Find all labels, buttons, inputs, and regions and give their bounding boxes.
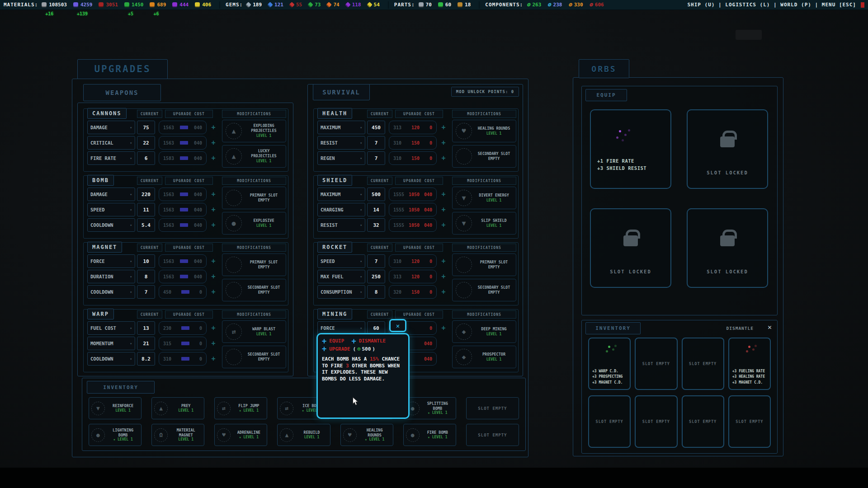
- orb-equip-slot[interactable]: SLOT LOCKED: [687, 208, 768, 288]
- close-icon: ✕: [396, 322, 400, 329]
- inventory-item[interactable]: ▲REBUILDLEVEL 1: [277, 424, 330, 446]
- tooltip-equip-action[interactable]: + EQUIP: [322, 338, 344, 344]
- upgrade-plus-button[interactable]: +: [439, 254, 448, 268]
- inventory-item[interactable]: ●SPLITTING BOMB★ LEVEL 1: [403, 397, 456, 419]
- modification-slot[interactable]: ◆DEEP MININGLEVEL 1: [452, 320, 516, 343]
- stat-dropdown[interactable]: RESIST▾: [317, 218, 365, 232]
- modification-slot[interactable]: ●EXPLOSIVELEVEL 1: [222, 212, 286, 235]
- stat-dropdown[interactable]: COOLDOWN▾: [87, 218, 135, 232]
- tooltip-close-button[interactable]: ✕: [389, 319, 406, 332]
- upgrade-plus-button[interactable]: +: [439, 218, 448, 232]
- modification-slot[interactable]: ▼DIVERT ENERGYLEVEL 1: [452, 187, 516, 209]
- orb-inventory-slot-empty[interactable]: SLOT EMPTY: [682, 338, 724, 390]
- modification-slot[interactable]: ♥HEALING ROUNDSLEVEL 1: [452, 120, 516, 142]
- dismantle-close-icon[interactable]: ✕: [768, 323, 772, 331]
- inventory-item[interactable]: ●FIRE BOMB★ LEVEL 1: [403, 424, 456, 446]
- stat-current-value: 6: [137, 151, 155, 165]
- stat-dropdown[interactable]: COOLDOWN▾: [87, 352, 135, 366]
- stat-dropdown[interactable]: MAXIMUM▾: [317, 188, 365, 201]
- modifications-column: ⇄WARP BLASTLEVEL 1SECONDARY SLOT EMPTY: [222, 320, 286, 368]
- inventory-slot-empty[interactable]: SLOT EMPTY: [466, 424, 519, 446]
- survival-panel: MOD UNLOCK POINTS: 0 HEALTHCURRENTUPGRAD…: [307, 84, 523, 376]
- modification-slot[interactable]: PRIMARY SLOT EMPTY: [452, 253, 516, 276]
- material-cost-swatch: [180, 275, 188, 278]
- survival-title-tab: SURVIVAL: [313, 84, 370, 100]
- upgrade-plus-button[interactable]: +: [439, 151, 448, 165]
- orb-inventory-slot-empty[interactable]: SLOT EMPTY: [682, 395, 724, 448]
- orb-inventory-slot-empty[interactable]: SLOT EMPTY: [635, 338, 677, 390]
- stat-dropdown[interactable]: DAMAGE▾: [87, 121, 135, 134]
- upgrade-plus-button[interactable]: +: [439, 321, 448, 335]
- orb-inventory-slot-empty[interactable]: SLOT EMPTY: [588, 395, 631, 448]
- inventory-item[interactable]: ♥ADRENALINE★ LEVEL 1: [214, 424, 267, 446]
- stat-dropdown[interactable]: DURATION▾: [87, 270, 135, 283]
- upgrade-plus-button[interactable]: +: [208, 285, 218, 299]
- topbar-menu[interactable]: SHIP (U) | LOGISTICS (L) | WORLD (P) | M…: [687, 2, 856, 8]
- modification-slot[interactable]: ▲EXPLODING PROJECTILESLEVEL 1: [222, 120, 286, 142]
- gem-count: 118: [352, 2, 361, 8]
- stat-dropdown[interactable]: MOMENTUM▾: [87, 337, 135, 350]
- orb-inventory-slot[interactable]: +3 WARP C.D.+3 PROSPECTING+3 MAGNET C.D.: [588, 338, 631, 390]
- stat-dropdown[interactable]: RESIST▾: [317, 136, 365, 150]
- upgrade-plus-button[interactable]: +: [208, 188, 218, 201]
- modification-label: HEALING ROUNDSLEVEL 1: [475, 126, 513, 136]
- stat-dropdown[interactable]: COOLDOWN▾: [87, 285, 135, 299]
- column-header-current: CURRENT: [367, 177, 392, 185]
- orb-inventory-slot[interactable]: +3 FUELING RATE+3 HEALING RATE+3 MAGNET …: [728, 338, 771, 390]
- modification-slot[interactable]: SECONDARY SLOT EMPTY: [222, 279, 286, 301]
- upgrade-plus-button[interactable]: +: [439, 188, 448, 201]
- modification-slot[interactable]: PRIMARY SLOT EMPTY: [222, 253, 286, 276]
- modification-slot[interactable]: ⇄WARP BLASTLEVEL 1: [222, 320, 286, 343]
- dismantle-label[interactable]: DISMANTLE: [726, 326, 754, 331]
- orb-equip-slot[interactable]: +1 FIRE RATE+3 SHIELD RESIST: [590, 109, 671, 189]
- modification-slot[interactable]: SECONDARY SLOT EMPTY: [222, 346, 286, 368]
- inventory-item[interactable]: ΩMATERIAL MAGNETLEVEL 1: [151, 424, 204, 446]
- stat-dropdown[interactable]: FIRE RATE▾: [87, 151, 135, 165]
- upgrade-plus-button[interactable]: +: [208, 270, 218, 283]
- upgrade-plus-button[interactable]: +: [439, 136, 448, 150]
- modification-slot[interactable]: ◆PROSPECTORLEVEL 1: [452, 346, 516, 368]
- upgrade-plus-button[interactable]: +: [208, 136, 218, 150]
- upgrade-plus-button[interactable]: +: [439, 203, 448, 216]
- orb-inventory-slot-empty[interactable]: SLOT EMPTY: [728, 395, 771, 448]
- stat-dropdown[interactable]: DAMAGE▾: [87, 188, 135, 201]
- orb-equip-slot[interactable]: SLOT LOCKED: [687, 109, 768, 189]
- modification-slot[interactable]: SECONDARY SLOT EMPTY: [452, 279, 516, 301]
- stat-dropdown[interactable]: CHARGING▾: [317, 203, 365, 216]
- upgrade-plus-button[interactable]: +: [208, 254, 218, 268]
- inventory-item[interactable]: ▲PREYLEVEL 1: [151, 397, 204, 419]
- orb-equip-slot[interactable]: SLOT LOCKED: [590, 208, 671, 288]
- stat-dropdown[interactable]: FUEL COST▾: [87, 321, 135, 335]
- upgrade-plus-button[interactable]: +: [439, 285, 448, 299]
- upgrade-plus-button[interactable]: +: [208, 352, 218, 366]
- stat-dropdown[interactable]: SPEED▾: [317, 254, 365, 268]
- stat-dropdown[interactable]: REGEN▾: [317, 151, 365, 165]
- modification-slot[interactable]: ▲LUCKY PROJECTILESLEVEL 1: [222, 145, 286, 168]
- tooltip-upgrade-action[interactable]: + UPGRADE ( ⚙ 500 ): [322, 346, 375, 352]
- inventory-item[interactable]: ●LIGHTNING BOMB★ LEVEL 1: [89, 424, 142, 446]
- stat-dropdown[interactable]: MAXIMUM▾: [317, 121, 365, 134]
- stat-dropdown[interactable]: FORCE▾: [87, 254, 135, 268]
- upgrade-plus-button[interactable]: +: [439, 121, 448, 134]
- upgrade-plus-button[interactable]: +: [208, 121, 218, 134]
- modification-slot[interactable]: ▼SLIP SHIELDLEVEL 1: [452, 212, 516, 235]
- modification-slot[interactable]: SECONDARY SLOT EMPTY: [452, 145, 516, 168]
- upgrade-plus-button[interactable]: +: [208, 337, 218, 350]
- modification-slot[interactable]: PRIMARY SLOT EMPTY: [222, 187, 286, 209]
- tooltip-dismantle-action[interactable]: + DISMANTLE: [351, 338, 386, 344]
- upgrade-plus-button[interactable]: +: [208, 203, 218, 216]
- orb-inventory-slot-empty[interactable]: SLOT EMPTY: [635, 395, 677, 448]
- upgrade-plus-button[interactable]: +: [208, 321, 218, 335]
- modification-name: EXPLOSIVE: [253, 218, 274, 223]
- inventory-item[interactable]: ▼REINFORCELEVEL 1: [89, 397, 142, 419]
- stat-dropdown[interactable]: CRITICAL▾: [87, 136, 135, 150]
- inventory-slot-empty[interactable]: SLOT EMPTY: [466, 397, 519, 419]
- upgrade-plus-button[interactable]: +: [208, 218, 218, 232]
- stat-dropdown[interactable]: MAX FUEL▾: [317, 270, 365, 283]
- upgrade-plus-button[interactable]: +: [208, 151, 218, 165]
- inventory-item[interactable]: ⇄FLIP JUMP★ LEVEL 1: [214, 397, 267, 419]
- stat-dropdown[interactable]: CONSUMPTION▾: [317, 285, 365, 299]
- stat-dropdown[interactable]: SPEED▾: [87, 203, 135, 216]
- inventory-item[interactable]: ♥HEALING ROUNDS★ LEVEL 1: [340, 424, 393, 446]
- upgrade-plus-button[interactable]: +: [439, 270, 448, 283]
